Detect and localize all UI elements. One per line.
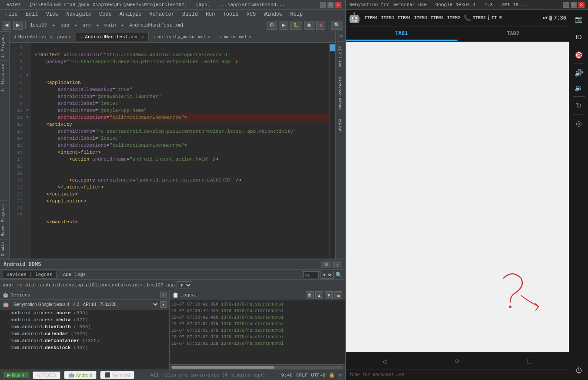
menu-help[interactable]: Help bbox=[287, 10, 306, 18]
ide-minimize-btn[interactable]: ─ bbox=[320, 2, 326, 8]
ctrl-rotate-btn[interactable]: ↻ bbox=[573, 99, 585, 111]
menu-vcs[interactable]: VCS bbox=[243, 10, 260, 18]
android-menu-item-5[interactable]: ITEM4 bbox=[429, 14, 445, 22]
logcat-scroll-down-btn[interactable]: ▼ bbox=[325, 291, 333, 299]
code-editor[interactable]: <manifest xmlns:android="http://schemas.… bbox=[31, 43, 329, 259]
ddms-content: 🤖 Devices ↕ 🤖 Genymotion Google Nexu bbox=[0, 290, 345, 370]
ctrl-camera-btn[interactable]: 📷 bbox=[573, 13, 585, 25]
sidebar-maven-tab[interactable]: Maven Projects bbox=[0, 200, 9, 239]
tab-mainactivity[interactable]: J MainActivity.java ✕ bbox=[10, 33, 76, 41]
toolbar-coverage-btn[interactable]: ◉ bbox=[304, 21, 314, 30]
ctrl-volume-down-btn[interactable]: 🔉 bbox=[573, 81, 585, 94]
android-home-btn[interactable]: ○ bbox=[455, 357, 460, 366]
tab-mainactivity-close[interactable]: ✕ bbox=[69, 34, 71, 40]
menu-file[interactable]: File bbox=[2, 10, 21, 18]
ctrl-id-btn[interactable]: ID bbox=[573, 31, 585, 43]
terminal-btn[interactable]: ⬛ Terminal bbox=[100, 371, 134, 379]
menu-edit[interactable]: Edit bbox=[22, 10, 42, 18]
right-sidebar-gradle-tab[interactable]: Gradle bbox=[337, 117, 344, 134]
genymotion-window: Genymotion for personal use - Google Nex… bbox=[346, 0, 588, 380]
run-btn[interactable]: ▶ Run 4: bbox=[3, 372, 29, 378]
ddms-expand-btn[interactable]: ↕ bbox=[333, 261, 342, 268]
toolbar-forward-btn[interactable]: ▶ bbox=[13, 21, 23, 30]
tab-activitymain[interactable]: ✦ activity_main.xml ✕ bbox=[149, 33, 215, 41]
toolbar-build-btn[interactable]: ▶ bbox=[279, 21, 288, 30]
android-tab-1[interactable]: TAB1 bbox=[346, 27, 458, 41]
genymotion-maximize-btn[interactable]: □ bbox=[571, 2, 577, 8]
ddms-tab-devices[interactable]: Devices | logcat bbox=[3, 271, 57, 279]
toolbar-sep-1 bbox=[25, 21, 26, 29]
android-tab-2[interactable]: TAB2 bbox=[458, 27, 569, 41]
device-more-btn[interactable]: ▾ bbox=[160, 301, 167, 308]
toolbar-src-label: src bbox=[81, 23, 93, 28]
device-dropdown[interactable]: Genymotion Google Nexus 4 - 4.3 - API 18… bbox=[11, 301, 159, 308]
android-menu-item-1[interactable]: ITEM4 bbox=[363, 14, 379, 22]
menu-window[interactable]: Window bbox=[260, 10, 286, 18]
logcat-scrollbar[interactable] bbox=[170, 364, 345, 370]
right-sidebar-ant-icon[interactable]: 🐜 bbox=[337, 33, 344, 39]
tab-main-close[interactable]: ✕ bbox=[249, 34, 251, 40]
android-menu-item-overflow[interactable]: IT E bbox=[491, 16, 502, 20]
menu-refactor[interactable]: Refactor bbox=[146, 10, 178, 18]
ide-close-btn[interactable]: ✕ bbox=[335, 2, 341, 8]
android-menu-item-4[interactable]: ITEM4 bbox=[412, 14, 429, 22]
android-menu-item-6[interactable]: ITEM2 bbox=[445, 14, 462, 22]
process-deskclock[interactable]: com.android.deskclock (957) bbox=[0, 344, 169, 351]
search-btn[interactable]: 🔍 bbox=[335, 272, 342, 278]
right-sidebar-maven-tab[interactable]: Ant Build bbox=[337, 44, 344, 69]
tab-activitymain-close[interactable]: ✕ bbox=[208, 34, 210, 40]
android-menu-item-7[interactable]: ITEM2 bbox=[473, 16, 486, 20]
logcat-more-btn[interactable]: ☰ bbox=[334, 291, 342, 299]
android-back-btn[interactable]: ◁ bbox=[382, 356, 387, 366]
tab-androidmanifest-close[interactable]: ✕ bbox=[141, 34, 144, 40]
tab-androidmanifest[interactable]: ✦ AndroidManifest.xml ✕ bbox=[76, 33, 148, 41]
ctrl-gps-btn[interactable]: 🎯 bbox=[573, 49, 585, 61]
ctrl-nfc-btn[interactable]: ◎ bbox=[573, 117, 585, 129]
android-menu-item-3[interactable]: ITEM4 bbox=[396, 14, 412, 22]
filter-select[interactable]: ▾ bbox=[321, 271, 334, 279]
toolbar-stop-btn[interactable]: ■ bbox=[316, 21, 325, 30]
android-menu-item-2[interactable]: ITEM4 bbox=[379, 14, 396, 22]
logcat-clear-btn[interactable]: 🗑 bbox=[306, 291, 314, 299]
process-bluetooth[interactable]: com.android.bluetooth (1003) bbox=[0, 323, 169, 330]
menu-run[interactable]: Run bbox=[202, 10, 219, 18]
menu-analyze[interactable]: Analyze bbox=[116, 10, 145, 18]
android-recent-btn[interactable]: □ bbox=[528, 357, 532, 366]
toolbar-back-btn[interactable]: ◀ bbox=[2, 21, 11, 30]
logcat-scroll-up-btn[interactable]: ▲ bbox=[315, 291, 323, 299]
toolbar-app-label: app bbox=[59, 23, 71, 28]
run-label: Run bbox=[12, 373, 20, 378]
sidebar-structure-tab[interactable]: 2: Structure bbox=[0, 61, 9, 94]
logcat-row-3: 10-07 07:30:42.496 1370-1370/ru.startand… bbox=[171, 314, 343, 321]
tab-main[interactable]: ✦ main.xml ✕ bbox=[215, 33, 256, 41]
menu-tools[interactable]: Tools bbox=[220, 10, 242, 18]
android-btn[interactable]: 🤖 Android bbox=[64, 371, 97, 379]
menu-navigate[interactable]: Navigate bbox=[63, 10, 95, 18]
sidebar-project-tab[interactable]: 1: Project bbox=[0, 31, 9, 61]
ddms-tab-adblog[interactable]: ADB logs bbox=[59, 271, 90, 279]
process-defcontainer[interactable]: com.android.defcontainer (1326) bbox=[0, 337, 169, 344]
genymotion-close-btn[interactable]: ✕ bbox=[578, 2, 585, 8]
menu-code[interactable]: Code bbox=[96, 10, 115, 18]
process-media[interactable]: android.process.media (927) bbox=[0, 316, 169, 323]
right-sidebar-maven-tab2[interactable]: Maven Projects bbox=[337, 75, 344, 111]
toolbar-settings-btn[interactable]: ⚙ bbox=[267, 21, 277, 30]
ddms-settings-btn[interactable]: ⚙ bbox=[321, 261, 331, 268]
ctrl-power-btn[interactable]: ⏻ bbox=[573, 364, 585, 377]
menu-build[interactable]: Build bbox=[179, 10, 201, 18]
left-sidebar: 1: Project 2: Structure Maven Projects G… bbox=[0, 31, 10, 259]
toolbar-debug-btn[interactable]: 🐛 bbox=[290, 21, 302, 30]
toolbar-search-btn[interactable]: 🔍 bbox=[331, 21, 343, 30]
ide-maximize-btn[interactable]: □ bbox=[327, 2, 334, 8]
toolbar-sep-text-2: ▸ bbox=[73, 22, 79, 28]
todo-btn[interactable]: 6: TODO bbox=[33, 371, 60, 379]
process-acore[interactable]: android.process.acore (699) bbox=[0, 309, 169, 316]
menu-view[interactable]: View bbox=[43, 10, 62, 18]
genymotion-minimize-btn[interactable]: ─ bbox=[563, 2, 569, 8]
sidebar-gradle-tab[interactable]: Gradle bbox=[0, 239, 9, 259]
app-pkg-select[interactable]: ▾ bbox=[177, 281, 192, 289]
filter-input[interactable] bbox=[303, 271, 319, 278]
process-calendar[interactable]: com.android.calendar (1025) bbox=[0, 330, 169, 337]
ctrl-volume-up-btn[interactable]: 🔊 bbox=[573, 67, 585, 79]
devices-expand-btn[interactable]: ↕ bbox=[160, 292, 167, 298]
